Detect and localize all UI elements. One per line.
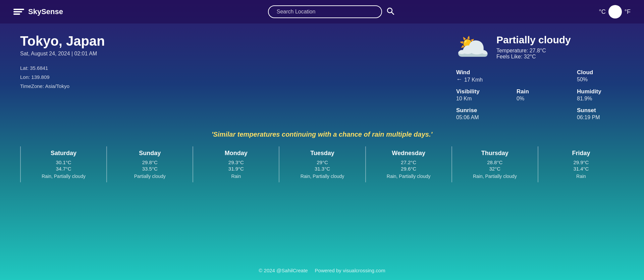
sunrise-label: Sunrise (456, 107, 503, 114)
weather-condition: Partially cloudy (496, 34, 571, 46)
forecast-day-item: Thursday 28.8°C 32°C Rain, Partially clo… (451, 146, 538, 182)
day-condition: Rain, Partially cloudy (279, 174, 365, 179)
footer: © 2024 @SahilCreate Powered by visualcro… (0, 268, 644, 273)
day-high-temp: 31.3°C (279, 166, 365, 172)
forecast-day-item: Sunday 29.8°C 33.5°C Partially cloudy (106, 146, 193, 182)
search-button[interactable] (386, 7, 394, 17)
cloud-label: Cloud (577, 69, 624, 76)
forecast-day-item: Friday 29.9°C 31.4°C Rain (538, 146, 624, 182)
day-high-temp: 33.5°C (107, 166, 193, 172)
day-condition: Rain, Partially cloudy (452, 174, 538, 179)
rain-stat: Rain 0% (517, 88, 564, 102)
spacer (517, 69, 564, 83)
datetime: Sat, August 24, 2024 | 02:01 AM (20, 51, 456, 57)
weather-grid: Wind ← 17 Kmh Cloud 50% Visibility 10 Km (456, 69, 624, 121)
day-condition: Partially cloudy (107, 174, 193, 179)
logo-area: SkySense (13, 7, 63, 16)
forecast-day-item: Monday 29.3°C 31.9°C Rain (193, 146, 279, 182)
day-high-temp: 29.6°C (366, 166, 451, 172)
day-name: Thursday (452, 150, 538, 157)
forecast-section: 'Similar temperatures continuing with a … (0, 127, 644, 189)
forecast-quote: 'Similar temperatures continuing with a … (20, 131, 624, 138)
day-condition: Rain (193, 174, 279, 179)
weather-feels-like: Feels Like: 32°C (496, 54, 571, 60)
sunrise-value: 05:06 AM (456, 114, 503, 121)
sunrise-stat: Sunrise 05:06 AM (456, 107, 503, 121)
svg-point-0 (387, 8, 392, 13)
temp-toggle-switch[interactable] (608, 5, 622, 18)
day-name: Monday (193, 150, 279, 157)
wind-direction-icon: ← (456, 76, 462, 83)
day-condition: Rain (538, 174, 624, 179)
coordinates: Lat: 35.6841 Lon: 139.809 TimeZone: Asia… (20, 63, 456, 91)
cloud-stat: Cloud 50% (577, 69, 624, 83)
day-low-temp: 27.2°C (366, 159, 451, 165)
weather-temperature: Temperature: 27.8°C (496, 48, 571, 54)
spacer2 (517, 107, 564, 121)
day-low-temp: 30.1°C (21, 159, 106, 165)
visibility-label: Visibility (456, 88, 503, 95)
weather-condition-icon: 🌥️ (456, 34, 490, 60)
logo-icon (13, 9, 24, 15)
copyright: © 2024 (259, 268, 275, 273)
sunset-label: Sunset (577, 107, 624, 114)
wind-stat: Wind ← 17 Kmh (456, 69, 503, 83)
cloud-value: 50% (577, 77, 624, 83)
timezone: TimeZone: Asia/Tokyo (20, 82, 456, 91)
day-high-temp: 32°C (452, 166, 538, 172)
weather-main: 🌥️ Partially cloudy Temperature: 27.8°C … (456, 34, 571, 60)
weather-panel: 🌥️ Partially cloudy Temperature: 27.8°C … (456, 34, 624, 121)
day-condition: Rain, Partially cloudy (366, 174, 451, 179)
day-high-temp: 34.7°C (21, 166, 106, 172)
day-name: Wednesday (366, 150, 451, 157)
wind-value: 17 Kmh (464, 77, 483, 83)
forecast-day-item: Saturday 30.1°C 34.7°C Rain, Partially c… (20, 146, 106, 182)
forecast-days: Saturday 30.1°C 34.7°C Rain, Partially c… (20, 146, 624, 182)
humidity-stat: Humidity 81.9% (577, 88, 624, 102)
day-condition: Rain, Partially cloudy (21, 174, 106, 179)
rain-label: Rain (517, 88, 564, 95)
sunset-stat: Sunset 06:19 PM (577, 107, 624, 121)
day-name: Friday (538, 150, 624, 157)
rain-value: 0% (517, 96, 564, 102)
forecast-day-item: Wednesday 27.2°C 29.6°C Rain, Partially … (365, 146, 451, 182)
humidity-label: Humidity (577, 88, 624, 95)
location-info: Tokyo, Japan Sat, August 24, 2024 | 02:0… (20, 34, 456, 121)
day-low-temp: 29.8°C (107, 159, 193, 165)
day-high-temp: 31.9°C (193, 166, 279, 172)
search-input[interactable] (268, 5, 382, 18)
app-header: SkySense °C °F (0, 0, 644, 24)
forecast-day-item: Tuesday 29°C 31.3°C Rain, Partially clou… (279, 146, 365, 182)
city-name: Tokyo, Japan (20, 34, 456, 49)
day-name: Saturday (21, 150, 106, 157)
day-high-temp: 31.4°C (538, 166, 624, 172)
day-low-temp: 29.9°C (538, 159, 624, 165)
visibility-stat: Visibility 10 Km (456, 88, 503, 102)
svg-line-1 (392, 12, 394, 14)
wind-label: Wind (456, 69, 503, 76)
sunset-value: 06:19 PM (577, 114, 624, 121)
app-name: SkySense (28, 7, 63, 16)
creator: @SahilCreate (276, 268, 308, 273)
humidity-value: 81.9% (577, 96, 624, 102)
main-content: Tokyo, Japan Sat, August 24, 2024 | 02:0… (0, 24, 644, 127)
longitude: Lon: 139.809 (20, 73, 456, 82)
powered-by: Powered by visualcrossing.com (315, 268, 385, 273)
temp-toggle-area: °C °F (599, 5, 631, 18)
search-area (268, 5, 394, 18)
day-low-temp: 29.3°C (193, 159, 279, 165)
fahrenheit-label: °F (625, 8, 631, 15)
day-low-temp: 28.8°C (452, 159, 538, 165)
day-name: Sunday (107, 150, 193, 157)
latitude: Lat: 35.6841 (20, 63, 456, 73)
visibility-value: 10 Km (456, 96, 503, 102)
weather-info: Partially cloudy Temperature: 27.8°C Fee… (496, 34, 571, 60)
day-low-temp: 29°C (279, 159, 365, 165)
day-name: Tuesday (279, 150, 365, 157)
celsius-label: °C (599, 8, 606, 15)
